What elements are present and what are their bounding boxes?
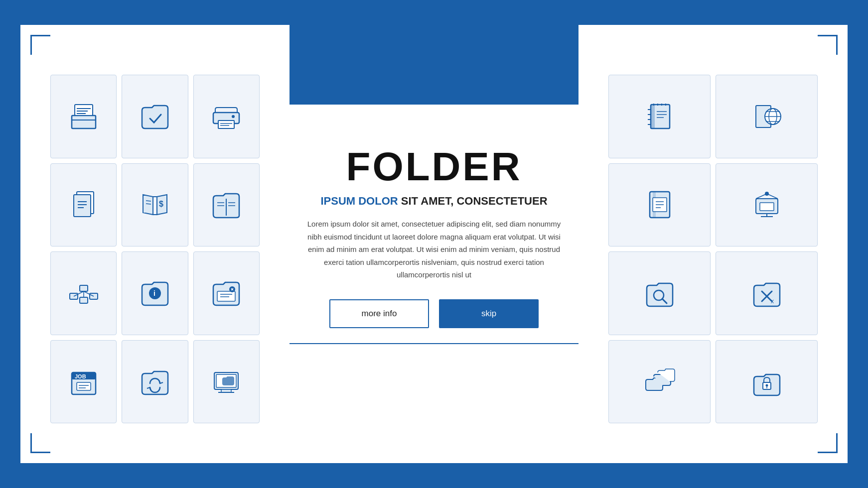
layout: $ xyxy=(20,25,848,463)
svg-text:x: x xyxy=(771,298,774,305)
svg-rect-0 xyxy=(72,116,96,128)
center-content: FOLDER IPSUM DOLOR SIT AMET, CONSECTETUE… xyxy=(270,134,598,354)
multi-folder-icon xyxy=(608,340,711,424)
open-folder-book-icon xyxy=(193,163,260,247)
body-text: Lorem ipsum dolor sit amet, consectetuer… xyxy=(304,218,564,281)
svg-point-10 xyxy=(232,115,235,118)
delete-folder-icon: x xyxy=(716,251,818,335)
svg-rect-7 xyxy=(218,121,234,128)
folder-network-icon xyxy=(50,251,117,335)
subtitle: IPSUM DOLOR SIT AMET, CONSECTETUER xyxy=(320,195,547,208)
more-info-button[interactable]: more info xyxy=(329,299,429,328)
svg-point-89 xyxy=(765,384,768,387)
globe-book-icon xyxy=(716,75,818,158)
svg-rect-52 xyxy=(651,105,655,128)
icons-right-panel: x xyxy=(598,25,848,463)
svg-rect-27 xyxy=(80,285,88,291)
svg-rect-44 xyxy=(77,382,91,390)
job-folder-icon: JOB xyxy=(50,340,117,424)
subtitle-dark: SIT AMET, CONSECTETUER xyxy=(398,195,548,207)
file-tray-icon xyxy=(50,75,117,158)
search-folder-icon xyxy=(608,251,711,335)
folder-info-icon: i xyxy=(122,251,188,335)
icons-left-panel: $ xyxy=(20,25,270,463)
folder-settings-icon xyxy=(193,251,260,335)
skip-button[interactable]: skip xyxy=(439,299,539,328)
svg-rect-5 xyxy=(72,120,96,121)
svg-rect-29 xyxy=(80,297,88,303)
divider xyxy=(289,343,579,344)
svg-point-82 xyxy=(765,192,769,196)
network-folder-icon xyxy=(716,163,818,247)
svg-rect-35 xyxy=(217,291,235,301)
svg-line-20 xyxy=(146,204,151,204)
subtitle-blue: IPSUM DOLOR xyxy=(320,195,398,207)
folder-check-icon xyxy=(122,75,188,158)
document-stack-icon xyxy=(50,163,117,247)
open-book-dollar-icon: $ xyxy=(122,163,188,247)
main-card: $ xyxy=(20,25,848,463)
buttons-group: more info skip xyxy=(329,299,539,328)
folder-sync-icon xyxy=(122,340,188,424)
svg-rect-12 xyxy=(74,195,91,217)
page-title: FOLDER xyxy=(346,144,522,190)
svg-line-19 xyxy=(146,201,151,201)
binder-icon xyxy=(608,163,711,247)
locked-folder-icon xyxy=(716,340,818,424)
svg-text:i: i xyxy=(153,289,155,297)
printer-folder-icon xyxy=(193,75,260,158)
computer-folder-icon xyxy=(193,340,260,424)
svg-text:$: $ xyxy=(159,200,163,208)
svg-rect-77 xyxy=(760,203,774,211)
notebook-icon xyxy=(608,75,711,158)
svg-text:JOB: JOB xyxy=(75,373,86,379)
